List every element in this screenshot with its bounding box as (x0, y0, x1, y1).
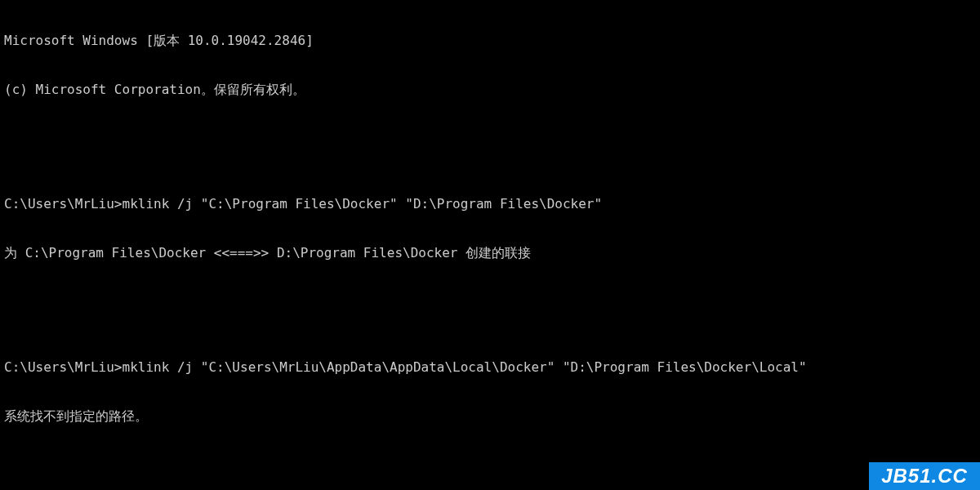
blank-line (4, 131, 980, 147)
terminal-output[interactable]: Microsoft Windows [版本 10.0.19042.2846] (… (0, 0, 980, 490)
blank-line (4, 457, 980, 474)
output-line: 为 C:\Program Files\Docker <<===>> D:\Pro… (4, 245, 980, 261)
prompt: C:\Users\MrLiu> (4, 196, 122, 212)
blank-line (4, 294, 980, 310)
output-line: 系统找不到指定的路径。 (4, 408, 980, 425)
prompt: C:\Users\MrLiu> (4, 359, 122, 375)
watermark-badge: JB51.CC (869, 462, 980, 490)
banner-line: Microsoft Windows [版本 10.0.19042.2846] (4, 33, 980, 49)
command-line: C:\Users\MrLiu>mklink /j "C:\Users\MrLiu… (4, 359, 980, 376)
command-line: C:\Users\MrLiu>mklink /j "C:\Program Fil… (4, 196, 980, 212)
command-input: mklink /j "C:\Program Files\Docker" "D:\… (122, 196, 603, 212)
banner-line: (c) Microsoft Corporation。保留所有权利。 (4, 82, 980, 98)
command-input: mklink /j "C:\Users\MrLiu\AppData\AppDat… (122, 359, 807, 375)
